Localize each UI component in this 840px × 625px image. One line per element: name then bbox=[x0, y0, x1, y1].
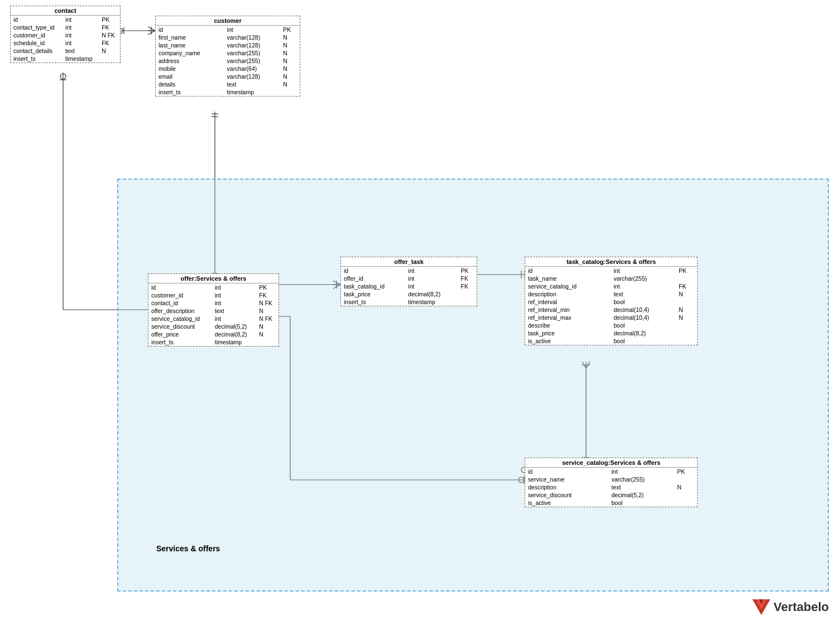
table-row: company_namevarchar(255)N bbox=[156, 49, 300, 57]
task-catalog-table: task_catalog:Services & offers idintPK t… bbox=[525, 257, 698, 345]
table-row: last_namevarchar(128)N bbox=[156, 41, 300, 49]
table-row: idintPK bbox=[156, 26, 300, 33]
table-row: contact_idintN FK bbox=[148, 299, 279, 307]
table-row: service_namevarchar(255) bbox=[525, 475, 697, 483]
table-row: descriptiontextN bbox=[525, 483, 697, 491]
svg-line-5 bbox=[148, 31, 155, 35]
vertabelo-logo-icon bbox=[752, 599, 770, 615]
table-row: idintPK bbox=[341, 267, 477, 275]
offer-table-header: offer:Services & offers bbox=[148, 274, 279, 283]
table-row: offer_idintFK bbox=[341, 275, 477, 282]
table-row: insert_tstimestamp bbox=[148, 338, 279, 346]
service-catalog-table: service_catalog:Services & offers idintP… bbox=[525, 458, 698, 507]
offer-table: offer:Services & offers idintPK customer… bbox=[148, 273, 279, 347]
table-row: contact_detailstextN bbox=[11, 47, 120, 55]
table-row: emailvarchar(128)N bbox=[156, 73, 300, 80]
table-row: contact_type_idintFK bbox=[11, 23, 120, 31]
vertabelo-logo-text: Vertabelo bbox=[774, 600, 829, 614]
customer-table: customer idintPK first_namevarchar(128)N… bbox=[155, 16, 300, 97]
table-row: customer_idintFK bbox=[148, 291, 279, 299]
table-row: offer_pricedecimal(8,2)N bbox=[148, 330, 279, 338]
services-label: Services & offers bbox=[156, 544, 220, 553]
table-row: task_catalog_idintFK bbox=[341, 282, 477, 290]
table-row: addressvarchar(255)N bbox=[156, 57, 300, 65]
table-row: describebool bbox=[525, 321, 697, 329]
table-row: service_discountdecimal(5,2)N bbox=[148, 323, 279, 330]
table-row: idintPK bbox=[525, 468, 697, 475]
table-row: idintPK bbox=[525, 267, 697, 275]
table-row: mobilevarchar(64)N bbox=[156, 65, 300, 73]
table-row: insert_tstimestamp bbox=[341, 298, 477, 306]
offer-task-table: offer_task idintPK offer_idintFK task_ca… bbox=[340, 257, 477, 306]
task-catalog-table-header: task_catalog:Services & offers bbox=[525, 257, 697, 267]
table-row: detailstextN bbox=[156, 80, 300, 88]
table-row: idintPK bbox=[148, 283, 279, 291]
table-row: descriptiontextN bbox=[525, 290, 697, 298]
contact-table-header: contact bbox=[11, 6, 120, 16]
canvas: contact idintPK contact_type_idintFK cus… bbox=[0, 0, 840, 625]
table-row: service_catalog_idintFK bbox=[525, 282, 697, 290]
table-row: insert_tstimestamp bbox=[156, 88, 300, 96]
table-row: ref_intervalbool bbox=[525, 298, 697, 306]
table-row: ref_interval_mindecimal(10,4)N bbox=[525, 306, 697, 314]
svg-line-3 bbox=[148, 27, 155, 31]
table-row: customer_idintN FK bbox=[11, 31, 120, 39]
table-row: offer_descriptiontextN bbox=[148, 307, 279, 315]
table-row: service_discountdecimal(5,2) bbox=[525, 491, 697, 499]
table-row: task_pricedecimal(8,2) bbox=[341, 290, 477, 298]
table-row: first_namevarchar(128)N bbox=[156, 33, 300, 41]
table-row: is_activebool bbox=[525, 499, 697, 507]
offer-task-table-header: offer_task bbox=[341, 257, 477, 267]
table-row: idintPK bbox=[11, 16, 120, 23]
table-row: task_namevarchar(255) bbox=[525, 275, 697, 282]
svg-point-16 bbox=[60, 74, 66, 79]
service-catalog-table-header: service_catalog:Services & offers bbox=[525, 458, 697, 468]
contact-table: contact idintPK contact_type_idintFK cus… bbox=[10, 6, 121, 63]
vertabelo-logo: Vertabelo bbox=[752, 599, 829, 615]
table-row: ref_interval_maxdecimal(10,4)N bbox=[525, 314, 697, 321]
table-row: insert_tstimestamp bbox=[11, 55, 120, 62]
customer-table-header: customer bbox=[156, 16, 300, 26]
table-row: is_activebool bbox=[525, 337, 697, 345]
table-row: service_catalog_idintN FK bbox=[148, 315, 279, 323]
services-container bbox=[117, 179, 829, 592]
table-row: schedule_idintFK bbox=[11, 39, 120, 47]
table-row: task_pricedecimal(8,2) bbox=[525, 329, 697, 337]
